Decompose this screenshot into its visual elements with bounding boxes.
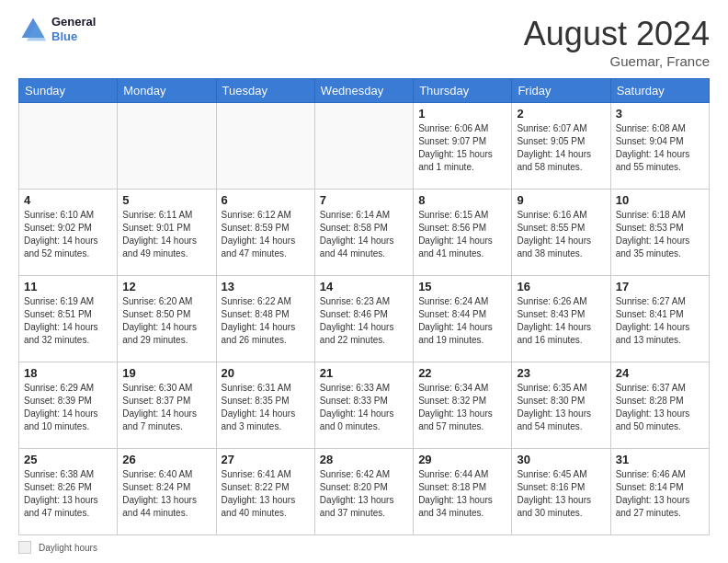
- calendar-cell: 7Sunrise: 6:14 AM Sunset: 8:58 PM Daylig…: [314, 190, 413, 276]
- day-info: Sunrise: 6:41 AM Sunset: 8:22 PM Dayligh…: [222, 468, 310, 520]
- calendar-cell: 19Sunrise: 6:30 AM Sunset: 8:37 PM Dayli…: [118, 362, 216, 449]
- day-info: Sunrise: 6:06 AM Sunset: 9:07 PM Dayligh…: [418, 122, 506, 174]
- day-info: Sunrise: 6:10 AM Sunset: 9:02 PM Dayligh…: [24, 209, 112, 260]
- day-number: 4: [24, 193, 112, 207]
- day-info: Sunrise: 6:15 AM Sunset: 8:56 PM Dayligh…: [418, 209, 506, 260]
- calendar-cell: [314, 103, 413, 190]
- page: General Blue August 2024 Guemar, France …: [0, 0, 728, 563]
- calendar-cell: 22Sunrise: 6:34 AM Sunset: 8:32 PM Dayli…: [414, 362, 512, 449]
- day-info: Sunrise: 6:38 AM Sunset: 8:26 PM Dayligh…: [24, 468, 112, 520]
- day-number: 28: [320, 453, 408, 466]
- col-monday: Monday: [118, 79, 216, 103]
- day-info: Sunrise: 6:40 AM Sunset: 8:24 PM Dayligh…: [122, 468, 210, 520]
- day-info: Sunrise: 6:31 AM Sunset: 8:35 PM Dayligh…: [222, 382, 310, 433]
- calendar-cell: 9Sunrise: 6:16 AM Sunset: 8:55 PM Daylig…: [512, 190, 610, 276]
- col-thursday: Thursday: [414, 79, 512, 103]
- location: Guemar, France: [524, 53, 710, 69]
- calendar-cell: 25Sunrise: 6:38 AM Sunset: 8:26 PM Dayli…: [19, 449, 118, 535]
- day-number: 23: [517, 366, 605, 380]
- calendar-cell: [216, 103, 314, 190]
- month-title: August 2024: [524, 15, 710, 53]
- day-number: 21: [320, 366, 408, 380]
- calendar-cell: 10Sunrise: 6:18 AM Sunset: 8:53 PM Dayli…: [610, 190, 709, 276]
- day-info: Sunrise: 6:44 AM Sunset: 8:18 PM Dayligh…: [418, 468, 506, 520]
- calendar-cell: 20Sunrise: 6:31 AM Sunset: 8:35 PM Dayli…: [216, 362, 314, 449]
- calendar-week-5: 25Sunrise: 6:38 AM Sunset: 8:26 PM Dayli…: [19, 449, 710, 535]
- calendar-cell: 18Sunrise: 6:29 AM Sunset: 8:39 PM Dayli…: [19, 362, 118, 449]
- calendar-cell: 23Sunrise: 6:35 AM Sunset: 8:30 PM Dayli…: [512, 362, 610, 449]
- day-info: Sunrise: 6:14 AM Sunset: 8:58 PM Dayligh…: [320, 209, 408, 260]
- calendar-cell: 5Sunrise: 6:11 AM Sunset: 9:01 PM Daylig…: [118, 190, 216, 276]
- calendar-cell: [118, 103, 216, 190]
- day-number: 12: [122, 280, 210, 293]
- daylight-label: Daylight hours: [39, 543, 97, 553]
- day-info: Sunrise: 6:27 AM Sunset: 8:41 PM Dayligh…: [616, 295, 704, 347]
- calendar-cell: 12Sunrise: 6:20 AM Sunset: 8:50 PM Dayli…: [118, 276, 216, 362]
- day-info: Sunrise: 6:29 AM Sunset: 8:39 PM Dayligh…: [24, 382, 112, 433]
- calendar-cell: 26Sunrise: 6:40 AM Sunset: 8:24 PM Dayli…: [118, 449, 216, 535]
- day-number: 27: [222, 453, 310, 466]
- calendar-cell: 4Sunrise: 6:10 AM Sunset: 9:02 PM Daylig…: [19, 190, 118, 276]
- footer: Daylight hours: [18, 541, 710, 554]
- calendar-header-row: Sunday Monday Tuesday Wednesday Thursday…: [19, 79, 710, 103]
- day-info: Sunrise: 6:30 AM Sunset: 8:37 PM Dayligh…: [122, 382, 210, 433]
- day-info: Sunrise: 6:07 AM Sunset: 9:05 PM Dayligh…: [517, 122, 605, 174]
- calendar-cell: 15Sunrise: 6:24 AM Sunset: 8:44 PM Dayli…: [414, 276, 512, 362]
- day-number: 18: [24, 366, 112, 380]
- day-info: Sunrise: 6:12 AM Sunset: 8:59 PM Dayligh…: [222, 209, 310, 260]
- calendar-cell: 2Sunrise: 6:07 AM Sunset: 9:05 PM Daylig…: [512, 103, 610, 190]
- day-number: 19: [122, 366, 210, 380]
- day-number: 24: [616, 366, 704, 380]
- day-number: 16: [517, 280, 605, 293]
- day-number: 9: [517, 193, 605, 207]
- calendar-cell: 29Sunrise: 6:44 AM Sunset: 8:18 PM Dayli…: [414, 449, 512, 535]
- day-info: Sunrise: 6:08 AM Sunset: 9:04 PM Dayligh…: [616, 122, 704, 174]
- day-info: Sunrise: 6:22 AM Sunset: 8:48 PM Dayligh…: [222, 295, 310, 347]
- day-number: 17: [616, 280, 704, 293]
- day-info: Sunrise: 6:35 AM Sunset: 8:30 PM Dayligh…: [517, 382, 605, 433]
- calendar-cell: [19, 103, 118, 190]
- day-number: 31: [616, 453, 704, 466]
- calendar-cell: 1Sunrise: 6:06 AM Sunset: 9:07 PM Daylig…: [414, 103, 512, 190]
- calendar-cell: 3Sunrise: 6:08 AM Sunset: 9:04 PM Daylig…: [610, 103, 709, 190]
- logo: General Blue: [18, 15, 96, 44]
- day-number: 1: [418, 107, 506, 121]
- day-number: 15: [418, 280, 506, 293]
- day-number: 7: [320, 193, 408, 207]
- col-tuesday: Tuesday: [216, 79, 314, 103]
- logo-text: General Blue: [51, 15, 96, 43]
- day-number: 14: [320, 280, 408, 293]
- day-number: 29: [418, 453, 506, 466]
- header: General Blue August 2024 Guemar, France: [18, 15, 710, 69]
- calendar-cell: 28Sunrise: 6:42 AM Sunset: 8:20 PM Dayli…: [314, 449, 413, 535]
- col-friday: Friday: [512, 79, 610, 103]
- col-saturday: Saturday: [610, 79, 709, 103]
- calendar-cell: 8Sunrise: 6:15 AM Sunset: 8:56 PM Daylig…: [414, 190, 512, 276]
- day-number: 5: [122, 193, 210, 207]
- calendar-week-2: 4Sunrise: 6:10 AM Sunset: 9:02 PM Daylig…: [19, 190, 710, 276]
- calendar-cell: 14Sunrise: 6:23 AM Sunset: 8:46 PM Dayli…: [314, 276, 413, 362]
- calendar-cell: 6Sunrise: 6:12 AM Sunset: 8:59 PM Daylig…: [216, 190, 314, 276]
- calendar-cell: 24Sunrise: 6:37 AM Sunset: 8:28 PM Dayli…: [610, 362, 709, 449]
- day-info: Sunrise: 6:20 AM Sunset: 8:50 PM Dayligh…: [122, 295, 210, 347]
- day-number: 3: [616, 107, 704, 121]
- day-number: 26: [122, 453, 210, 466]
- calendar-cell: 16Sunrise: 6:26 AM Sunset: 8:43 PM Dayli…: [512, 276, 610, 362]
- day-number: 30: [517, 453, 605, 466]
- day-number: 20: [222, 366, 310, 380]
- calendar-cell: 31Sunrise: 6:46 AM Sunset: 8:14 PM Dayli…: [610, 449, 709, 535]
- calendar-week-4: 18Sunrise: 6:29 AM Sunset: 8:39 PM Dayli…: [19, 362, 710, 449]
- day-number: 25: [24, 453, 112, 466]
- daylight-box: [18, 541, 31, 554]
- day-info: Sunrise: 6:26 AM Sunset: 8:43 PM Dayligh…: [517, 295, 605, 347]
- calendar-cell: 11Sunrise: 6:19 AM Sunset: 8:51 PM Dayli…: [19, 276, 118, 362]
- day-number: 10: [616, 193, 704, 207]
- day-info: Sunrise: 6:34 AM Sunset: 8:32 PM Dayligh…: [418, 382, 506, 433]
- day-number: 6: [222, 193, 310, 207]
- logo-icon: [18, 15, 48, 44]
- day-info: Sunrise: 6:23 AM Sunset: 8:46 PM Dayligh…: [320, 295, 408, 347]
- day-info: Sunrise: 6:42 AM Sunset: 8:20 PM Dayligh…: [320, 468, 408, 520]
- day-info: Sunrise: 6:45 AM Sunset: 8:16 PM Dayligh…: [517, 468, 605, 520]
- calendar-cell: 30Sunrise: 6:45 AM Sunset: 8:16 PM Dayli…: [512, 449, 610, 535]
- calendar-cell: 17Sunrise: 6:27 AM Sunset: 8:41 PM Dayli…: [610, 276, 709, 362]
